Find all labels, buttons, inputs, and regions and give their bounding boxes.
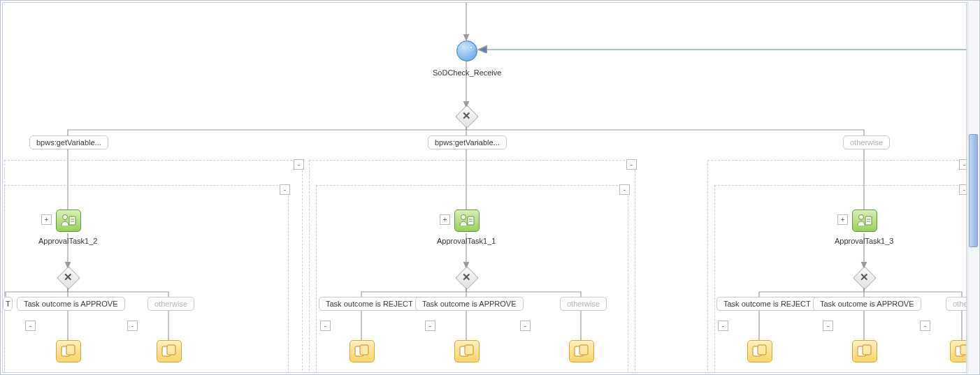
human-task-right-label: ApprovalTask1_3 (835, 237, 893, 245)
assign-activity[interactable] (569, 340, 594, 362)
collapse-toggle[interactable]: - (127, 321, 138, 331)
collapse-toggle[interactable]: - (425, 321, 435, 331)
scope-box (4, 185, 289, 373)
outcome-otherwise-middle[interactable]: otherwise (560, 297, 607, 311)
collapse-toggle[interactable]: - (718, 321, 728, 331)
svg-rect-38 (465, 345, 473, 355)
collapse-toggle[interactable]: - (280, 184, 290, 195)
collapse-toggle[interactable]: - (294, 159, 304, 170)
outcome-otherwise-left[interactable]: otherwise (147, 297, 194, 311)
expand-toggle[interactable]: + (837, 214, 848, 225)
svg-rect-34 (167, 345, 175, 355)
human-task-left[interactable] (56, 209, 81, 232)
collapse-toggle[interactable]: - (959, 184, 967, 195)
switch-gateway-middle[interactable]: ✕ (456, 267, 477, 288)
assign-activity[interactable] (350, 340, 375, 362)
scrollbar-thumb[interactable] (969, 134, 978, 247)
svg-rect-40 (579, 345, 588, 355)
assign-activity[interactable] (454, 340, 480, 362)
switch-gateway-top[interactable]: ✕ (456, 105, 477, 126)
svg-rect-46 (960, 345, 967, 355)
assign-activity[interactable] (56, 340, 81, 362)
branch-condition-left[interactable]: bpws:getVariable... (29, 135, 108, 149)
assign-activity[interactable] (157, 340, 182, 362)
expand-toggle[interactable]: + (41, 214, 52, 225)
receive-activity[interactable] (456, 41, 477, 61)
collapse-toggle[interactable]: - (320, 321, 331, 331)
branch-condition-right[interactable]: otherwise (843, 135, 890, 149)
switch-gateway-left[interactable]: ✕ (57, 267, 78, 288)
vertical-scrollbar[interactable] (967, 1, 979, 374)
collapse-toggle[interactable]: - (920, 321, 930, 331)
human-task-left-label: ApprovalTask1_2 (38, 237, 97, 245)
outcome-reject-right[interactable]: Task outcome is REJECT (716, 297, 818, 311)
svg-rect-44 (863, 345, 871, 355)
svg-rect-32 (66, 345, 75, 355)
svg-rect-20 (69, 216, 75, 225)
outcome-approve-middle[interactable]: Task outcome is APPROVE (415, 297, 524, 311)
outcome-approve-right[interactable]: Task outcome is APPROVE (813, 297, 921, 311)
collapse-toggle[interactable]: - (619, 184, 630, 195)
assign-activity[interactable] (950, 340, 967, 362)
assign-activity[interactable] (852, 340, 877, 362)
svg-rect-42 (758, 345, 766, 355)
branch-condition-middle[interactable]: bpws:getVariable... (428, 135, 507, 149)
human-task-right[interactable] (852, 209, 877, 232)
outcome-reject-left[interactable]: T (3, 297, 13, 311)
receive-activity-label: SoDCheck_Receive (433, 68, 501, 77)
svg-rect-24 (468, 216, 474, 225)
svg-point-27 (859, 215, 864, 220)
diagram-canvas[interactable]: SoDCheck_Receive ✕ bpws:getVariable... b… (2, 2, 967, 373)
assign-activity[interactable] (747, 340, 772, 362)
collapse-toggle[interactable]: - (959, 159, 967, 170)
svg-point-19 (63, 215, 68, 220)
collapse-toggle[interactable]: - (626, 159, 637, 170)
outcome-approve-left[interactable]: Task outcome is APPROVE (17, 297, 125, 311)
collapse-toggle[interactable]: - (25, 321, 36, 331)
bpel-editor-viewport: SoDCheck_Receive ✕ bpws:getVariable... b… (0, 0, 980, 375)
collapse-toggle[interactable]: - (823, 321, 833, 331)
expand-toggle[interactable]: + (440, 214, 450, 225)
human-task-middle-label: ApprovalTask1_1 (437, 237, 496, 245)
outcome-reject-middle[interactable]: Task outcome is REJECT (319, 297, 420, 311)
svg-point-18 (470, 47, 472, 48)
svg-rect-28 (865, 216, 872, 225)
svg-rect-36 (360, 345, 368, 355)
switch-gateway-right[interactable]: ✕ (853, 267, 874, 288)
outcome-otherwise-right[interactable]: other (946, 297, 967, 311)
human-task-middle[interactable] (454, 209, 480, 232)
collapse-toggle[interactable]: - (520, 321, 531, 331)
svg-point-23 (461, 215, 466, 220)
